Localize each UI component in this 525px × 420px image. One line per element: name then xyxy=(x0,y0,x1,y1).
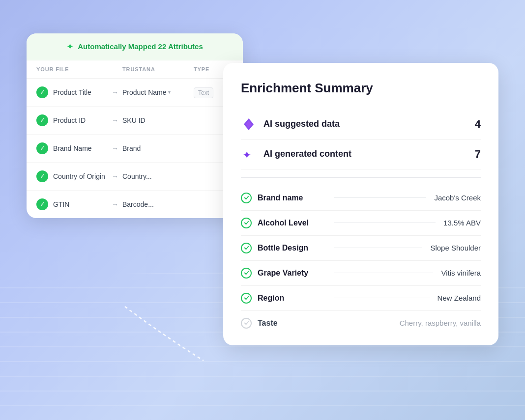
attr-line xyxy=(334,223,436,223)
attr-line xyxy=(334,323,392,323)
table-row: ✓ Product ID → SKU ID xyxy=(27,107,243,135)
check-icon: ✓ xyxy=(36,198,48,210)
attribute-name: Bottle Design xyxy=(258,244,326,252)
sparkle-icon: ✦ xyxy=(66,41,74,52)
attribute-value-faded: Cherry, raspberry, vanilla xyxy=(400,319,481,327)
file-field-gtin: ✓ GTIN xyxy=(36,198,108,210)
trustana-field-label: Product Name xyxy=(122,88,166,96)
ai-generated-label: AI generated content xyxy=(263,149,468,159)
mapping-header-text: Automatically Mapped 22 Attributes xyxy=(78,42,203,51)
file-field-name: Brand Name xyxy=(53,144,92,152)
svg-text:✦: ✦ xyxy=(242,149,251,161)
file-field-brand-name: ✓ Brand Name xyxy=(36,142,108,154)
sparkle-stars-icon: ✦ xyxy=(241,146,257,162)
ai-generated-count: 7 xyxy=(475,148,481,161)
attribute-row-taste: Taste Cherry, raspberry, vanilla xyxy=(241,311,481,336)
attribute-value: 13.5% ABV xyxy=(443,219,481,227)
trustana-field-label: Country... xyxy=(122,172,152,180)
attribute-name: Taste xyxy=(258,319,326,328)
trustana-field-country: Country... xyxy=(122,172,194,180)
attribute-row-brand: Brand name Jacob's Creek xyxy=(241,186,481,211)
trustana-field-label: Barcode... xyxy=(122,200,154,208)
ai-suggested-label: AI suggested data xyxy=(263,119,468,129)
mapping-table: YOUR FILE TRUSTANA TYPE ✓ Product Title … xyxy=(27,60,243,218)
attr-check-icon xyxy=(241,193,252,203)
table-row: ✓ Product Title → Product Name ▾ Text xyxy=(27,79,243,107)
attribute-row-grape: Grape Variety Vitis vinifera xyxy=(241,261,481,286)
check-icon: ✓ xyxy=(36,142,48,154)
attribute-name: Grape Variety xyxy=(258,269,326,278)
enrichment-title: Enrichment Summary xyxy=(241,81,481,96)
mapping-header: ✦ Automatically Mapped 22 Attributes xyxy=(27,33,243,60)
trustana-field-brand: Brand xyxy=(122,144,194,152)
attr-check-faded-icon xyxy=(241,318,252,329)
arrow-icon: → xyxy=(108,116,122,124)
attr-line xyxy=(334,197,426,198)
table-row: ✓ Country of Origin → Country... xyxy=(27,163,243,191)
attribute-value: Jacob's Creek xyxy=(434,194,481,202)
trustana-field-sku-id: SKU ID xyxy=(122,116,194,124)
chevron-down-icon: ▾ xyxy=(168,89,171,95)
attr-line xyxy=(334,273,433,273)
arrow-icon: → xyxy=(108,200,122,208)
attr-check-icon xyxy=(241,243,252,253)
trustana-field-product-name[interactable]: Product Name ▾ xyxy=(122,88,194,96)
attribute-name: Alcohol Level xyxy=(258,219,326,227)
file-field-name: Product ID xyxy=(53,116,86,124)
mapping-card: ✦ Automatically Mapped 22 Attributes YOU… xyxy=(27,33,243,218)
type-value: Text xyxy=(194,87,213,98)
file-field-country: ✓ Country of Origin xyxy=(36,170,108,182)
attr-check-icon xyxy=(241,268,252,279)
attribute-value: Slope Shoulder xyxy=(430,244,481,252)
file-field-product-id: ✓ Product ID xyxy=(36,114,108,126)
attr-line xyxy=(334,298,430,298)
arrow-icon: → xyxy=(108,172,122,180)
attribute-value: Vitis vinifera xyxy=(441,269,481,277)
trustana-field-label: SKU ID xyxy=(122,116,146,124)
attr-line xyxy=(334,248,422,248)
diamond-icon xyxy=(241,116,257,132)
attribute-row-alcohol: Alcohol Level 13.5% ABV xyxy=(241,211,481,236)
section-divider xyxy=(241,177,481,178)
enrichment-card: Enrichment Summary AI suggested data 4 ✦… xyxy=(223,63,498,345)
attribute-value: New Zealand xyxy=(438,294,481,302)
table-row: ✓ GTIN → Barcode... xyxy=(27,191,243,218)
attr-check-icon xyxy=(241,218,252,228)
file-field-product-title: ✓ Product Title xyxy=(36,86,108,98)
connector-line xyxy=(125,307,223,367)
arrow-icon: → xyxy=(108,88,122,96)
table-header-row: YOUR FILE TRUSTANA TYPE xyxy=(27,60,243,79)
file-field-name: Product Title xyxy=(53,88,91,96)
col-header-your-file: YOUR FILE xyxy=(36,66,108,72)
col-header-trustana: TRUSTANA xyxy=(122,66,194,72)
file-field-name: GTIN xyxy=(53,200,69,208)
attribute-row-bottle: Bottle Design Slope Shoulder xyxy=(241,236,481,261)
attr-check-icon xyxy=(241,293,252,304)
check-icon: ✓ xyxy=(36,114,48,126)
attribute-name: Brand name xyxy=(258,194,326,202)
ai-generated-row: ✦ AI generated content 7 xyxy=(241,140,481,169)
arrow-icon: → xyxy=(108,144,122,152)
ai-suggested-count: 4 xyxy=(475,118,481,131)
table-row: ✓ Brand Name → Brand xyxy=(27,135,243,163)
attribute-name: Region xyxy=(258,294,326,303)
trustana-field-label: Brand xyxy=(122,144,141,152)
check-icon: ✓ xyxy=(36,170,48,182)
check-icon: ✓ xyxy=(36,86,48,98)
trustana-field-barcode: Barcode... xyxy=(122,200,194,208)
ai-suggested-row: AI suggested data 4 xyxy=(241,110,481,140)
file-field-name: Country of Origin xyxy=(53,172,105,180)
attribute-row-region: Region New Zealand xyxy=(241,286,481,311)
